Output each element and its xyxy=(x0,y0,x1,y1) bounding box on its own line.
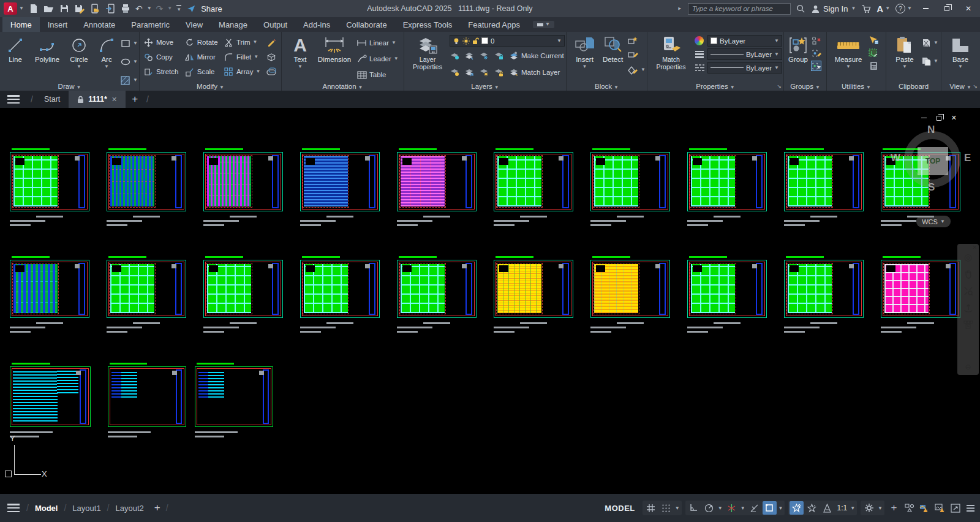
polar-tracking-toggle[interactable] xyxy=(702,501,716,515)
arc-button[interactable]: Arc ▼ xyxy=(94,34,119,88)
navigation-bar[interactable]: ✕ ◎ ⊖ xyxy=(957,244,979,375)
group-edit-button[interactable] xyxy=(811,48,821,58)
cut-button[interactable]: ▼ xyxy=(921,36,938,50)
quick-select-button[interactable] xyxy=(869,35,879,45)
offset-button[interactable] xyxy=(266,64,277,79)
wcs-menu[interactable]: WCS▼ xyxy=(916,216,951,227)
ribbon-tab-view[interactable]: View xyxy=(178,17,211,32)
lineweight-combo[interactable]: ByLayer ▼ xyxy=(707,48,782,60)
layout-tab-menu-button[interactable] xyxy=(7,504,20,512)
help-button[interactable]: ? ▼ xyxy=(895,4,912,13)
edit-block-button[interactable] xyxy=(628,49,638,59)
detect-button[interactable]: Detect xyxy=(600,34,626,77)
quick-calculator-button[interactable] xyxy=(869,61,879,71)
drawing-minimize-button[interactable] xyxy=(921,118,927,119)
view-panel-launcher[interactable]: ↘ xyxy=(973,83,978,89)
layer-thaw-all-button[interactable] xyxy=(479,67,489,78)
share-button[interactable] xyxy=(186,3,197,14)
layout-tab-layout1[interactable]: Layout1 xyxy=(67,504,106,513)
insert-block-button[interactable]: Insert ▼ xyxy=(571,34,598,77)
file-tab-menu-button[interactable] xyxy=(7,95,20,104)
annotation-scale-value[interactable]: 1:1 xyxy=(835,504,848,512)
grid-toggle[interactable] xyxy=(644,501,658,515)
drawing-thumbnail-r1-3[interactable] xyxy=(203,152,283,211)
polar-dropdown[interactable]: ▼ xyxy=(718,505,723,511)
erase-button[interactable] xyxy=(266,35,277,50)
share-label[interactable]: Share xyxy=(201,4,222,13)
layer-unlock-all-button[interactable] xyxy=(494,67,504,78)
color-wheel-icon[interactable] xyxy=(694,36,704,46)
arc-dropdown[interactable]: ▼ xyxy=(104,64,109,69)
image-quality-button[interactable] xyxy=(933,501,947,515)
drawing-thumbnail-r1-5[interactable] xyxy=(397,152,477,211)
search-collapse-icon[interactable]: ▼ xyxy=(677,6,682,11)
panel-label-annotation[interactable]: Annotation▼ xyxy=(282,83,404,90)
scale-button[interactable]: Scale xyxy=(184,64,219,79)
ribbon-tab-featured-apps[interactable]: Featured Apps xyxy=(460,17,528,32)
drawing-thumbnail-r2-10[interactable] xyxy=(881,260,960,318)
paste-dropdown[interactable]: ▼ xyxy=(902,64,907,69)
match-layer-button[interactable]: Match Layer xyxy=(508,65,560,80)
measure-button[interactable]: Measure ▼ xyxy=(831,34,866,71)
viewcube-top-face[interactable]: TOP xyxy=(918,147,948,175)
scale-dropdown[interactable]: ▼ xyxy=(850,505,855,511)
id-point-button[interactable] xyxy=(869,48,879,58)
panel-label-utilities[interactable]: Utilities▼ xyxy=(827,83,886,90)
move-button[interactable]: Move xyxy=(143,35,179,50)
orbit-icon[interactable] xyxy=(963,303,973,313)
drawing-thumbnail-r1-2[interactable] xyxy=(107,152,186,211)
undo-button[interactable]: ↶ xyxy=(135,4,143,13)
close-button[interactable]: ✕ xyxy=(960,2,976,15)
array-dropdown[interactable]: ▼ xyxy=(255,69,260,74)
app-menu-button[interactable]: A▼ xyxy=(4,2,24,15)
ribbon-tab-annotate[interactable]: Annotate xyxy=(75,17,123,32)
drawing-thumbnail-r2-3[interactable] xyxy=(203,260,283,318)
search-input[interactable] xyxy=(688,3,791,15)
drawing-thumbnail-r2-6[interactable] xyxy=(494,260,573,318)
graphics-performance-button[interactable] xyxy=(918,501,932,515)
viewcube-west[interactable]: W xyxy=(891,152,900,164)
layer-isolate-button[interactable] xyxy=(464,51,475,61)
plot-button[interactable] xyxy=(120,3,131,14)
leader-button[interactable]: Leader▼ xyxy=(356,51,399,66)
rotate-button[interactable]: Rotate xyxy=(184,35,219,50)
fillet-dropdown[interactable]: ▼ xyxy=(254,55,258,59)
text-button[interactable]: A Text ▼ xyxy=(288,34,312,82)
ribbon-tab-parametric[interactable]: Parametric xyxy=(123,17,178,32)
copy-button[interactable]: Copy xyxy=(143,50,179,64)
text-dropdown[interactable]: ▼ xyxy=(298,64,303,69)
pan-hand-icon[interactable] xyxy=(963,269,973,279)
layer-properties-button[interactable]: Layer Properties xyxy=(409,34,446,80)
panel-label-draw[interactable]: Draw▼ xyxy=(0,83,139,90)
match-properties-button[interactable]: Match Properties xyxy=(651,34,691,74)
properties-panel-launcher[interactable]: ↘ xyxy=(777,83,782,89)
dimension-button[interactable]: Dimension xyxy=(315,34,354,82)
save-as-button[interactable] xyxy=(74,3,85,14)
annotation-visibility-toggle[interactable] xyxy=(790,501,804,515)
search-button[interactable] xyxy=(796,4,805,13)
isolate-objects-button[interactable] xyxy=(902,501,916,515)
line-button[interactable]: Line xyxy=(1,34,29,88)
isometric-drafting-toggle[interactable] xyxy=(725,501,739,515)
panel-label-groups[interactable]: Groups▼ xyxy=(784,83,826,90)
circle-button[interactable]: Circle ▼ xyxy=(65,34,93,88)
osnap-dropdown[interactable]: ▼ xyxy=(778,505,783,511)
linetype-icon[interactable] xyxy=(694,62,704,73)
layer-freeze-button[interactable] xyxy=(479,51,489,61)
drawing-thumbnail-r2-5[interactable] xyxy=(397,260,477,318)
snap-toggle[interactable] xyxy=(659,501,673,515)
layer-off-button[interactable] xyxy=(450,51,460,61)
viewcube[interactable]: N W E S TOP xyxy=(883,125,980,217)
model-space-toggle[interactable]: MODEL xyxy=(600,502,639,515)
panel-label-clipboard[interactable]: Clipboard xyxy=(886,83,941,90)
base-button[interactable]: Base ▼ xyxy=(946,34,975,69)
panel-label-layers[interactable]: Layers▼ xyxy=(404,83,566,90)
ortho-toggle[interactable] xyxy=(687,501,701,515)
panel-label-block[interactable]: Block▼ xyxy=(567,83,647,90)
annotation-scale-button[interactable] xyxy=(820,501,834,515)
zoom-tool-icon[interactable] xyxy=(963,286,973,296)
drawing-thumbnail-r1-1[interactable] xyxy=(10,152,89,211)
trim-button[interactable]: Trim▼ xyxy=(224,35,262,50)
linear-button[interactable]: Linear▼ xyxy=(356,36,399,50)
viewcube-north[interactable]: N xyxy=(927,124,935,136)
